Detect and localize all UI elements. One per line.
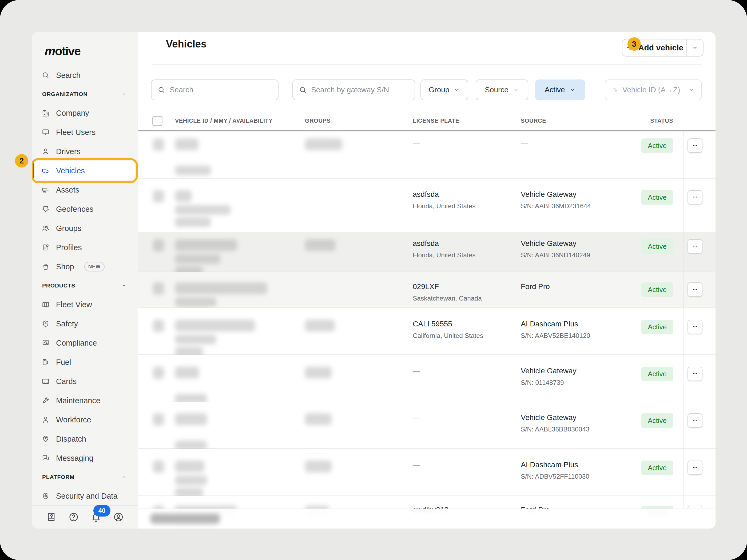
chevron-up-icon[interactable] xyxy=(121,474,127,480)
gateway-search-input[interactable] xyxy=(311,80,415,100)
cell-vehicle-id xyxy=(175,449,305,496)
sidebar-item-groups[interactable]: Groups xyxy=(35,219,135,238)
sidebar-item-fleet-users[interactable]: Fleet Users xyxy=(35,123,135,142)
sidebar-item-profiles[interactable]: Profiles xyxy=(35,238,135,257)
group-filter-dropdown[interactable]: Group xyxy=(420,79,468,100)
table-row[interactable]: — — Active xyxy=(138,131,716,179)
status-badge: Active xyxy=(641,190,673,205)
sidebar-item-security-and-data[interactable]: Security and Data xyxy=(35,486,135,506)
redacted-text xyxy=(175,239,237,251)
status-filter-label: Active xyxy=(544,86,565,94)
sidebar-item-search[interactable]: Search xyxy=(35,65,135,85)
redacted-checkbox[interactable] xyxy=(153,413,164,426)
account-icon[interactable] xyxy=(113,512,124,523)
column-header-source[interactable]: SOURCE xyxy=(521,112,642,130)
cell-actions xyxy=(684,308,716,354)
sidebar-item-drivers[interactable]: Drivers xyxy=(35,142,135,161)
redacted-text xyxy=(175,283,267,294)
cell-license-plate: CALI 59555 California, United States xyxy=(413,308,521,354)
sidebar-item-dispatch[interactable]: Dispatch xyxy=(35,429,135,449)
table-footer-bar xyxy=(138,509,716,529)
row-actions-button[interactable] xyxy=(688,460,702,475)
column-header-vehicle-id[interactable]: VEHICLE ID / MMY / AVAILABILITY xyxy=(175,112,305,130)
chevron-up-icon[interactable] xyxy=(121,91,127,97)
sidebar-item-vehicles[interactable]: Vehicles xyxy=(35,161,135,180)
search-icon xyxy=(299,86,307,94)
table-row[interactable]: asdfsda Florida, United States Vehicle G… xyxy=(138,179,716,232)
more-options-icon xyxy=(691,464,699,472)
source-name: Vehicle Gateway xyxy=(521,413,642,422)
status-filter-dropdown[interactable]: Active xyxy=(535,79,585,100)
sidebar-item-geofences[interactable]: Geofences xyxy=(35,199,135,219)
source-filter-dropdown[interactable]: Source xyxy=(476,79,528,100)
gateway-search-filter xyxy=(292,79,415,100)
table-row[interactable]: asdfsda Florida, United States Vehicle G… xyxy=(138,232,716,272)
row-actions-button[interactable] xyxy=(688,239,702,254)
chevron-up-icon[interactable] xyxy=(121,283,127,289)
motive-logo: motive xyxy=(32,32,138,58)
redacted-checkbox[interactable] xyxy=(153,320,164,332)
sort-label: Vehicle ID (A→Z) xyxy=(622,86,680,94)
row-actions-button[interactable] xyxy=(688,138,702,153)
sort-dropdown[interactable]: Vehicle ID (A→Z) xyxy=(605,79,702,100)
row-actions-button[interactable] xyxy=(688,283,702,297)
more-options-icon xyxy=(691,141,699,150)
redacted-text xyxy=(175,297,216,307)
row-actions-button[interactable] xyxy=(688,413,702,428)
redacted-text xyxy=(175,254,221,264)
sidebar-item-company[interactable]: Company xyxy=(35,104,135,123)
search-input[interactable] xyxy=(170,80,278,100)
cell-license-plate: asdfsda Florida, United States xyxy=(413,232,521,271)
row-actions-button[interactable] xyxy=(688,320,702,334)
column-header-status[interactable]: STATUS xyxy=(642,112,684,130)
redacted-checkbox[interactable] xyxy=(153,283,164,295)
source-serial-number: S/N: AABV52BE140120 xyxy=(521,332,642,340)
table-row[interactable]: 029LXF Saskatchewan, Canada Ford Pro Act… xyxy=(138,272,716,308)
cell-checkbox xyxy=(152,131,175,179)
cell-license-plate: — xyxy=(413,449,521,496)
table-row[interactable]: — Vehicle Gateway S/N: AABL36BB030043 Ac… xyxy=(138,402,716,449)
source-name: AI Dashcam Plus xyxy=(521,320,642,328)
more-options-icon xyxy=(691,370,699,378)
row-actions-button[interactable] xyxy=(688,367,702,381)
redacted-checkbox[interactable] xyxy=(153,239,164,251)
column-header-groups[interactable]: GROUPS xyxy=(305,112,413,130)
column-header-license-plate[interactable]: LICENSE PLATE xyxy=(413,112,521,130)
sidebar-item-shop[interactable]: Shop NEW xyxy=(35,257,135,276)
sidebar-item-cards[interactable]: Cards xyxy=(35,372,135,391)
cell-status: Active xyxy=(642,272,684,308)
row-actions-button[interactable] xyxy=(688,190,702,205)
cell-checkbox xyxy=(152,449,175,496)
license-plate-value: asdfsda xyxy=(413,239,521,248)
table-row[interactable]: — AI Dashcam Plus S/N: ADBV52FF110030 Ac… xyxy=(138,449,716,496)
sidebar-item-compliance[interactable]: Compliance xyxy=(35,334,135,352)
sidebar-item-safety[interactable]: Safety xyxy=(35,314,135,334)
sidebar-item-fleet-view[interactable]: Fleet View xyxy=(35,295,135,314)
table-row[interactable]: — Vehicle Gateway S/N: 01148739 Active xyxy=(138,355,716,402)
table-row[interactable]: CALI 59555 California, United States AI … xyxy=(138,308,716,355)
select-all-checkbox[interactable] xyxy=(152,116,162,126)
redacted-text xyxy=(175,460,204,472)
header-divider xyxy=(152,64,702,64)
chat-icon xyxy=(42,454,50,462)
add-vehicle-dropdown-button[interactable] xyxy=(687,39,703,56)
sidebar-item-assets[interactable]: Assets xyxy=(35,180,135,199)
redacted-text xyxy=(305,460,332,472)
redacted-checkbox[interactable] xyxy=(153,138,164,151)
redacted-text xyxy=(305,239,336,251)
redacted-checkbox[interactable] xyxy=(153,190,164,203)
cell-source: — xyxy=(521,131,642,179)
sidebar-item-maintenance[interactable]: Maintenance xyxy=(35,391,135,410)
help-icon[interactable] xyxy=(68,512,79,523)
new-badge: NEW xyxy=(84,262,105,271)
redacted-checkbox[interactable] xyxy=(153,367,164,379)
redacted-checkbox[interactable] xyxy=(153,460,164,473)
page-background: motive Search ORGANIZATION Company Fleet… xyxy=(0,0,747,560)
sidebar-item-workforce[interactable]: Workforce xyxy=(35,410,135,429)
guide-icon[interactable] xyxy=(46,512,56,523)
cell-actions xyxy=(684,272,716,308)
bell-icon[interactable]: 40 xyxy=(91,512,101,523)
person-icon xyxy=(42,148,50,156)
sidebar-item-fuel[interactable]: Fuel xyxy=(35,352,135,372)
sidebar-item-messaging[interactable]: Messaging xyxy=(35,449,135,468)
